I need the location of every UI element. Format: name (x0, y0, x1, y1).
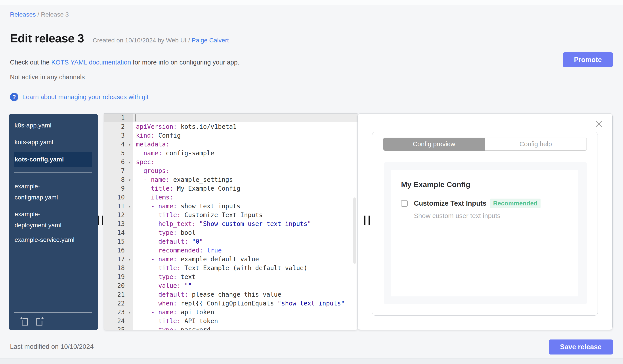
code-line-text[interactable]: help_text: "Show custom user text inputs… (133, 220, 357, 228)
code-line-24[interactable]: 24 title: API token (104, 317, 357, 325)
git-releases-link[interactable]: Learn about managing your releases with … (22, 93, 149, 101)
code-line-text[interactable]: value: "" (133, 281, 357, 290)
tab-config-help[interactable]: Config help (485, 138, 587, 151)
created-author-link[interactable]: Paige Calvert (192, 37, 229, 44)
gutter-line-number[interactable]: 23▾ (104, 308, 133, 317)
code-line-7[interactable]: 7 groups: (104, 166, 357, 175)
code-line-text[interactable]: metadata: (133, 140, 357, 149)
code-line-text[interactable]: - name: example_settings (133, 175, 357, 184)
code-line-text[interactable]: default: please change this value (133, 290, 357, 299)
gutter-line-number[interactable]: 12 (104, 211, 133, 220)
fold-arrow-icon[interactable]: ▾ (129, 202, 131, 211)
code-line-text[interactable]: type: text (133, 273, 357, 281)
gutter-line-number[interactable]: 3 (104, 131, 133, 140)
gutter-line-number[interactable]: 11▾ (104, 202, 133, 211)
code-line-text[interactable]: --- (133, 114, 357, 122)
code-line-text[interactable]: spec: (133, 158, 357, 166)
code-line-text[interactable]: title: API token (133, 317, 357, 325)
code-line-6[interactable]: 6▾spec: (104, 158, 357, 166)
code-line-3[interactable]: 3kind: Config (104, 131, 357, 140)
panel-resize-handle[interactable] (364, 216, 370, 225)
code-line-text[interactable]: - name: show_text_inputs (133, 202, 357, 211)
gutter-line-number[interactable]: 25 (104, 325, 133, 330)
gutter-line-number[interactable]: 18 (104, 264, 133, 273)
code-line-10[interactable]: 10 items: (104, 193, 357, 202)
gutter-line-number[interactable]: 20 (104, 281, 133, 290)
gutter-line-number[interactable]: 24 (104, 317, 133, 325)
gutter-line-number[interactable]: 13 (104, 220, 133, 228)
code-line-12[interactable]: 12 title: Customize Text Inputs (104, 211, 357, 220)
gutter-line-number[interactable]: 17▾ (104, 255, 133, 264)
gutter-line-number[interactable]: 5 (104, 149, 133, 158)
fold-arrow-icon[interactable]: ▾ (129, 175, 131, 184)
code-line-text[interactable]: title: Text Example (with default value) (133, 264, 357, 273)
gutter-line-number[interactable]: 21 (104, 290, 133, 299)
code-line-9[interactable]: 9 title: My Example Config (104, 184, 357, 193)
sidebar-file-example-configmap[interactable]: example- configmap.yaml (9, 181, 98, 203)
code-line-text[interactable]: name: config-sample (133, 149, 357, 158)
gutter-line-number[interactable]: 6▾ (104, 158, 133, 166)
code-line-14[interactable]: 14 type: bool (104, 228, 357, 237)
code-line-17[interactable]: 17▾ - name: example_default_value (104, 255, 357, 264)
tab-config-preview[interactable]: Config preview (383, 138, 485, 151)
code-line-18[interactable]: 18 title: Text Example (with default val… (104, 264, 357, 273)
gutter-line-number[interactable]: 9 (104, 184, 133, 193)
sidebar-resize-handle[interactable] (98, 216, 103, 225)
code-line-21[interactable]: 21 default: please change this value (104, 290, 357, 299)
gutter-line-number[interactable]: 14 (104, 228, 133, 237)
close-icon[interactable] (595, 120, 603, 128)
code-line-5[interactable]: 5 name: config-sample (104, 149, 357, 158)
config-item-label[interactable]: Customize Text Inputs (414, 200, 486, 207)
gutter-line-number[interactable]: 15 (104, 237, 133, 246)
code-line-13[interactable]: 13 help_text: "Show custom user text inp… (104, 220, 357, 228)
add-file-icon[interactable] (20, 316, 30, 326)
code-line-text[interactable]: type: password (133, 325, 357, 330)
code-line-text[interactable]: type: bool (133, 228, 357, 237)
code-line-text[interactable]: - name: example_default_value (133, 255, 357, 264)
code-line-16[interactable]: 16 recommended: true (104, 246, 357, 255)
gutter-line-number[interactable]: 22 (104, 299, 133, 308)
yaml-code-editor[interactable]: 1---2apiVersion: kots.io/v1beta13kind: C… (104, 113, 357, 330)
code-line-20[interactable]: 20 value: "" (104, 281, 357, 290)
code-line-19[interactable]: 19 type: text (104, 273, 357, 281)
code-line-text[interactable]: kind: Config (133, 131, 357, 140)
fold-arrow-icon[interactable]: ▾ (129, 255, 131, 264)
gutter-line-number[interactable]: 7 (104, 166, 133, 175)
kots-docs-link[interactable]: KOTS YAML documentation (51, 59, 131, 66)
breadcrumb-releases-link[interactable]: Releases (10, 11, 36, 18)
sidebar-file-k8s-app[interactable]: k8s-app.yaml (9, 122, 98, 129)
code-line-text[interactable]: title: My Example Config (133, 184, 357, 193)
sidebar-file-example-deployment[interactable]: example- deployment.yaml (9, 209, 98, 231)
code-line-22[interactable]: 22 when: repl{{ ConfigOptionEquals "show… (104, 299, 357, 308)
gutter-line-number[interactable]: 19 (104, 273, 133, 281)
fold-arrow-icon[interactable]: ▾ (129, 308, 131, 317)
code-line-1[interactable]: 1--- (104, 114, 357, 122)
gutter-line-number[interactable]: 2 (104, 122, 133, 131)
code-line-text[interactable]: recommended: true (133, 246, 357, 255)
code-line-25[interactable]: 25 type: password (104, 325, 357, 330)
code-line-text[interactable]: groups: (133, 166, 357, 175)
code-line-text[interactable]: default: "0" (133, 237, 357, 246)
fold-arrow-icon[interactable]: ▾ (129, 140, 131, 149)
editor-scrollbar-thumb[interactable] (353, 198, 356, 264)
fold-arrow-icon[interactable]: ▾ (129, 158, 131, 166)
gutter-line-number[interactable]: 1 (104, 114, 133, 122)
code-line-11[interactable]: 11▾ - name: show_text_inputs (104, 202, 357, 211)
code-line-15[interactable]: 15 default: "0" (104, 237, 357, 246)
sidebar-file-kots-config-selected[interactable]: kots-config.yaml (14, 152, 92, 167)
sidebar-file-kots-app[interactable]: kots-app.yaml (9, 139, 98, 146)
promote-button[interactable]: Promote (563, 52, 613, 67)
code-line-text[interactable]: - name: api_token (133, 308, 357, 317)
code-line-8[interactable]: 8▾ - name: example_settings (104, 175, 357, 184)
code-line-text[interactable]: items: (133, 193, 357, 202)
gutter-line-number[interactable]: 8▾ (104, 175, 133, 184)
sidebar-file-example-service[interactable]: example-service.yaml (9, 236, 98, 244)
code-line-text[interactable]: title: Customize Text Inputs (133, 211, 357, 220)
code-line-text[interactable]: when: repl{{ ConfigOptionEquals "show_te… (133, 299, 357, 308)
new-file-icon[interactable] (34, 316, 45, 326)
code-line-2[interactable]: 2apiVersion: kots.io/v1beta1 (104, 122, 357, 131)
code-line-4[interactable]: 4▾metadata: (104, 140, 357, 149)
gutter-line-number[interactable]: 10 (104, 193, 133, 202)
code-line-23[interactable]: 23▾ - name: api_token (104, 308, 357, 317)
customize-text-inputs-checkbox[interactable] (401, 200, 408, 207)
